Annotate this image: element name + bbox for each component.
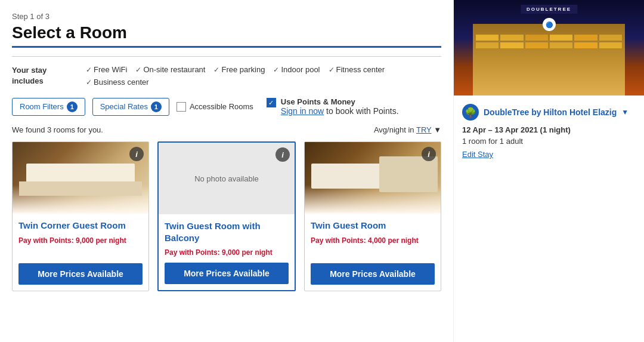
sign-in-row: Sign in now to book with Points. [281, 106, 399, 116]
amenity-fitness: ✓ Fitness center [329, 65, 385, 74]
room-image-2: No photo available i [159, 143, 295, 214]
more-prices-btn-1[interactable]: More Prices Available [18, 263, 143, 285]
room-name-3[interactable]: Twin Guest Room [311, 220, 435, 232]
use-points-label: Use Points & Money [281, 97, 399, 106]
amenities-list: ✓ Free WiFi ✓ On-site restaurant ✓ Free … [86, 65, 441, 87]
room-image-1: i [13, 142, 148, 214]
room-image-3: i [305, 142, 441, 214]
hotel-name-row: 🌳 DoubleTree by Hilton Hotel Elazig ▼ [462, 104, 636, 121]
check-icon: ✓ [86, 66, 92, 74]
room-name-1[interactable]: Twin Corner Guest Room [18, 220, 143, 232]
use-points-checkbox[interactable]: ✓ [267, 98, 276, 107]
filters-row: Room Filters 1 Special Rates 1 Accessibl… [12, 97, 441, 116]
avg-label: Avg/night in [374, 125, 414, 134]
check-icon: ✓ [213, 66, 219, 74]
sign-in-link[interactable]: Sign in now [281, 106, 324, 116]
check-icon: ✓ [135, 66, 141, 74]
amenity-parking: ✓ Free parking [213, 65, 265, 74]
hotel-dates: 12 Apr – 13 Apr 2021 (1 night) [462, 125, 636, 134]
step-label: Step 1 of 3 [12, 12, 441, 21]
hotel-logo: 🌳 [462, 104, 479, 121]
currency-link[interactable]: TRY [416, 125, 432, 134]
more-prices-btn-2[interactable]: More Prices Available [165, 263, 289, 284]
rooms-grid: i Twin Corner Guest Room Pay with Points… [12, 141, 441, 291]
accessible-label: Accessible Rooms [190, 102, 253, 111]
hotel-image: DOUBLETREE 🔵 [454, 0, 644, 95]
sidebar: DOUBLETREE 🔵 🌳 DoubleTree by Hilton Hote… [453, 0, 644, 342]
no-photo-placeholder: No photo available [159, 143, 295, 214]
results-row: We found 3 rooms for you. Avg/night in T… [12, 125, 441, 134]
points-text-2: Pay with Points: 9,000 per night [165, 248, 289, 257]
special-rates-label: Special Rates [100, 102, 148, 111]
amenity-business: ✓ Business center [86, 78, 149, 87]
points-text-1: Pay with Points: 9,000 per night [18, 236, 143, 245]
points-text-3: Pay with Points: 4,000 per night [311, 236, 435, 245]
use-points-text-block: Use Points & Money Sign in now to book w… [281, 97, 399, 116]
amenity-pool: ✓ Indoor pool [273, 65, 320, 74]
use-points-container: ✓ Use Points & Money Sign in now to book… [267, 97, 399, 116]
check-icon: ✓ [273, 66, 279, 74]
room-card-2: No photo available i Twin Guest Room wit… [157, 141, 296, 291]
room-filters-button[interactable]: Room Filters 1 [12, 98, 85, 116]
sign-in-suffix: to book with Points. [324, 106, 398, 116]
amenity-restaurant: ✓ On-site restaurant [135, 65, 205, 74]
page-title: Select a Room [12, 23, 441, 42]
stay-includes-row: Your stay includes ✓ Free WiFi ✓ On-site… [12, 65, 441, 87]
title-underline [12, 46, 441, 48]
hotel-sign: DOUBLETREE [521, 5, 577, 14]
check-icon: ✓ [86, 78, 92, 87]
room-filters-badge: 1 [67, 101, 78, 112]
more-prices-btn-3[interactable]: More Prices Available [311, 263, 435, 285]
room-card-1: i Twin Corner Guest Room Pay with Points… [12, 141, 149, 291]
room-name-2[interactable]: Twin Guest Room with Balcony [165, 220, 289, 244]
hotel-dropdown-arrow[interactable]: ▼ [621, 108, 628, 116]
hotel-name: DoubleTree by Hilton Hotel Elazig [484, 107, 617, 117]
avg-night-text: Avg/night in TRY ▼ [374, 125, 441, 134]
special-rates-button[interactable]: Special Rates 1 [92, 98, 169, 116]
amenity-wifi: ✓ Free WiFi [86, 65, 127, 74]
divider [12, 56, 441, 57]
hotel-info: 🌳 DoubleTree by Hilton Hotel Elazig ▼ 12… [454, 95, 644, 167]
room-card-3: i Twin Guest Room Pay with Points: 4,000… [304, 141, 441, 291]
edit-stay-link[interactable]: Edit Stay [462, 150, 493, 159]
accessible-rooms-checkbox[interactable]: Accessible Rooms [177, 102, 253, 112]
dropdown-icon[interactable]: ▼ [434, 125, 441, 134]
stay-includes-label: Your stay includes [12, 65, 78, 87]
results-found-text: We found 3 rooms for you. [12, 125, 103, 134]
checkbox-box [177, 102, 186, 112]
check-icon: ✓ [329, 66, 335, 74]
room-filters-label: Room Filters [20, 102, 64, 111]
room-body-2: Twin Guest Room with Balcony Pay with Po… [159, 214, 295, 290]
special-rates-badge: 1 [151, 101, 162, 112]
room-body-1: Twin Corner Guest Room Pay with Points: … [13, 214, 148, 291]
room-body-3: Twin Guest Room Pay with Points: 4,000 p… [305, 214, 441, 291]
hotel-guests: 1 room for 1 adult [462, 137, 636, 146]
tree-icon: 🌳 [465, 107, 476, 118]
